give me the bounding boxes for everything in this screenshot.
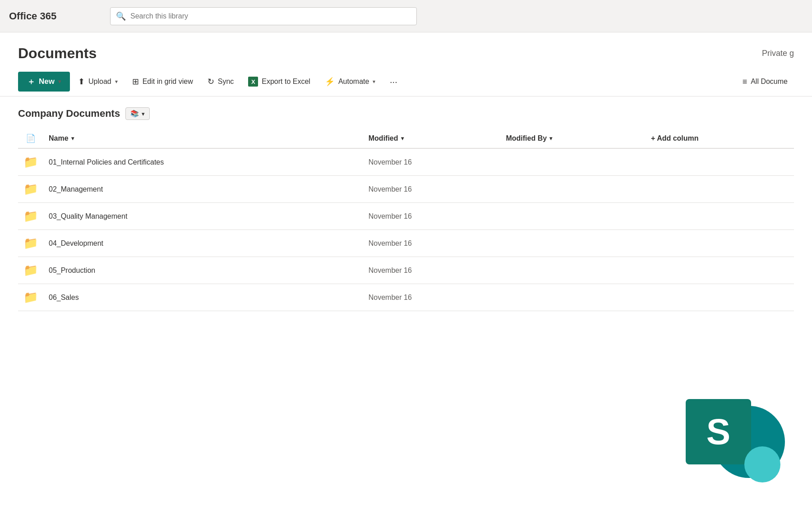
private-label: Private g xyxy=(762,49,794,58)
view-toggle-chevron: ▾ xyxy=(142,110,145,117)
automate-icon: ⚡ xyxy=(325,77,335,87)
all-documents-button[interactable]: ≡ All Docume xyxy=(736,72,794,92)
folder-icon: 📁 xyxy=(23,263,38,277)
page-title: Documents xyxy=(18,45,97,62)
file-icon-header: 📄 xyxy=(26,134,36,143)
checkbox-header: 📄 xyxy=(18,129,43,148)
row-modified-cell: November 16 xyxy=(363,257,501,284)
row-modified-by-cell xyxy=(500,230,646,257)
table-row: 📁 06_Sales November 16 xyxy=(18,284,794,311)
row-extra-cell xyxy=(646,230,794,257)
plus-icon: ＋ xyxy=(27,76,35,87)
upload-label: Upload xyxy=(88,78,111,86)
upload-icon: ⬆ xyxy=(78,77,85,87)
grid-icon: ⊞ xyxy=(132,77,139,87)
export-excel-label: Export to Excel xyxy=(262,78,310,86)
more-icon: ··· xyxy=(390,77,397,87)
row-modified-cell: November 16 xyxy=(363,230,501,257)
row-modified-by-cell xyxy=(500,257,646,284)
file-name-link[interactable]: 04_Development xyxy=(49,239,103,247)
name-sort-icon: ▾ xyxy=(71,135,74,142)
modified-label: Modified xyxy=(369,134,398,142)
edit-grid-button[interactable]: ⊞ Edit in grid view xyxy=(126,72,199,92)
folder-icon: 📁 xyxy=(23,290,38,304)
file-name-link[interactable]: 03_Quality Management xyxy=(49,212,127,220)
row-extra-cell xyxy=(646,176,794,203)
modified-by-column-header[interactable]: Modified By ▾ xyxy=(500,129,646,148)
app-title: Office 365 xyxy=(9,10,99,22)
upload-button[interactable]: ⬆ Upload ▾ xyxy=(72,72,124,92)
modified-date-value: November 16 xyxy=(369,239,412,247)
file-name-link[interactable]: 02_Management xyxy=(49,185,103,193)
add-column-header[interactable]: + Add column xyxy=(646,129,794,148)
file-name-link[interactable]: 05_Production xyxy=(49,266,95,274)
modified-by-sort-icon: ▾ xyxy=(549,135,552,142)
search-icon: 🔍 xyxy=(116,11,126,21)
name-column-header[interactable]: Name ▾ xyxy=(43,129,363,148)
modified-date-value: November 16 xyxy=(369,266,412,274)
row-name-cell[interactable]: 01_Internal Policies and Certificates xyxy=(43,148,363,176)
view-toggle-button[interactable]: 📚 ▾ xyxy=(125,107,150,120)
search-input[interactable] xyxy=(130,12,411,20)
table-row: 📁 05_Production November 16 xyxy=(18,257,794,284)
sp-logo-circle-small xyxy=(744,446,780,482)
edit-grid-label: Edit in grid view xyxy=(143,78,193,86)
file-name-link[interactable]: 01_Internal Policies and Certificates xyxy=(49,158,164,166)
row-modified-by-cell xyxy=(500,176,646,203)
chevron-down-icon: ▾ xyxy=(58,78,61,85)
section-title: Company Documents xyxy=(18,108,120,119)
row-name-cell[interactable]: 04_Development xyxy=(43,230,363,257)
folder-icon: 📁 xyxy=(23,236,38,250)
row-modified-cell: November 16 xyxy=(363,203,501,230)
row-modified-by-cell xyxy=(500,203,646,230)
modified-sort-icon: ▾ xyxy=(401,135,404,142)
table-row: 📁 04_Development November 16 xyxy=(18,230,794,257)
automate-button[interactable]: ⚡ Automate ▾ xyxy=(318,72,382,92)
row-modified-by-cell xyxy=(500,148,646,176)
file-name-link[interactable]: 06_Sales xyxy=(49,294,79,301)
row-icon-cell: 📁 xyxy=(18,176,43,203)
sp-logo-front: S xyxy=(686,399,751,464)
folder-icon: 📁 xyxy=(23,209,38,223)
header: Office 365 🔍 xyxy=(0,0,812,32)
documents-table: 📄 Name ▾ Modified ▾ Modified B xyxy=(18,129,794,311)
row-name-cell[interactable]: 03_Quality Management xyxy=(43,203,363,230)
row-modified-by-cell xyxy=(500,284,646,311)
row-extra-cell xyxy=(646,203,794,230)
more-options-button[interactable]: ··· xyxy=(383,72,403,92)
sync-label: Sync xyxy=(218,78,234,86)
row-name-cell[interactable]: 02_Management xyxy=(43,176,363,203)
excel-icon: X xyxy=(248,77,258,87)
table-row: 📁 02_Management November 16 xyxy=(18,176,794,203)
sync-button[interactable]: ↻ Sync xyxy=(201,72,240,92)
automate-chevron-icon: ▾ xyxy=(373,78,375,85)
modified-date-value: November 16 xyxy=(369,185,412,193)
content-area: Company Documents 📚 ▾ 📄 Name ▾ Mo xyxy=(0,96,812,322)
row-icon-cell: 📁 xyxy=(18,230,43,257)
export-excel-button[interactable]: X Export to Excel xyxy=(242,72,317,92)
row-modified-cell: November 16 xyxy=(363,176,501,203)
page-title-area: Documents Private g xyxy=(0,32,812,67)
search-bar[interactable]: 🔍 xyxy=(110,7,417,25)
row-extra-cell xyxy=(646,257,794,284)
modified-by-label: Modified By xyxy=(506,134,547,142)
row-icon-cell: 📁 xyxy=(18,148,43,176)
row-modified-cell: November 16 xyxy=(363,284,501,311)
modified-column-header[interactable]: Modified ▾ xyxy=(363,129,501,148)
modified-date-value: November 16 xyxy=(369,294,412,301)
new-button[interactable]: ＋ New ▾ xyxy=(18,72,70,92)
library-icon: 📚 xyxy=(130,110,139,118)
sync-icon: ↻ xyxy=(208,77,214,87)
row-name-cell[interactable]: 06_Sales xyxy=(43,284,363,311)
add-column-label[interactable]: + Add column xyxy=(651,134,699,142)
section-header: Company Documents 📚 ▾ xyxy=(18,107,794,120)
new-label: New xyxy=(39,77,55,86)
table-row: 📁 03_Quality Management November 16 xyxy=(18,203,794,230)
row-icon-cell: 📁 xyxy=(18,203,43,230)
table-header-row: 📄 Name ▾ Modified ▾ Modified B xyxy=(18,129,794,148)
row-name-cell[interactable]: 05_Production xyxy=(43,257,363,284)
folder-icon: 📁 xyxy=(23,182,38,196)
upload-chevron-icon: ▾ xyxy=(115,78,118,85)
row-extra-cell xyxy=(646,148,794,176)
name-label: Name xyxy=(49,134,69,142)
